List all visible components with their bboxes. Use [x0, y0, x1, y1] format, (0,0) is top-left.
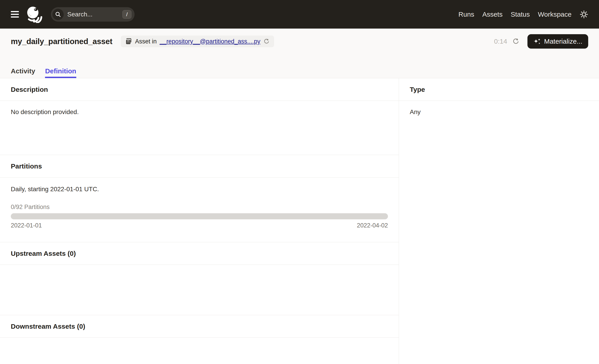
partition-schedule-text: Daily, starting 2022-01-01 UTC.	[11, 186, 388, 193]
right-column: Type Any	[399, 78, 599, 364]
definition-content: Description No description provided. Par…	[0, 78, 599, 364]
type-heading: Type	[399, 78, 599, 101]
nav-workspace[interactable]: Workspace	[538, 11, 572, 18]
repository-file-link[interactable]: __repository__@partitioned_ass....py	[159, 38, 260, 45]
top-navbar: / Runs Assets Status Workspace	[0, 0, 599, 29]
search-shortcut-key: /	[123, 10, 132, 19]
description-text: No description provided.	[11, 108, 79, 115]
sparkle-icon	[533, 38, 541, 45]
downstream-assets-body	[0, 338, 399, 364]
header-actions: 0:14 Materialize...	[494, 34, 588, 49]
dagster-logo-icon[interactable]	[26, 6, 43, 23]
partitions-progress-bar	[11, 213, 388, 219]
partitions-heading: Partitions	[0, 155, 399, 177]
badge-reload-icon[interactable]	[263, 38, 270, 44]
materialize-button[interactable]: Materialize...	[528, 34, 588, 49]
menu-hamburger-icon[interactable]	[11, 11, 19, 17]
tab-activity[interactable]: Activity	[11, 67, 35, 78]
type-body: Any	[399, 101, 599, 123]
type-value: Any	[410, 108, 421, 115]
description-body: No description provided.	[0, 101, 399, 155]
partitions-progress-label: 0/92 Partitions	[11, 204, 388, 211]
tab-bar: Activity Definition	[0, 67, 599, 78]
description-heading: Description	[0, 78, 399, 101]
page-title: my_daily_partitioned_asset	[11, 37, 112, 46]
search-box[interactable]: /	[51, 7, 135, 22]
primary-nav: Runs Assets Status Workspace	[458, 10, 588, 19]
refresh-icon[interactable]	[512, 38, 519, 45]
partition-range-start: 2022-01-01	[11, 222, 42, 229]
upstream-assets-heading: Upstream Assets (0)	[0, 242, 399, 265]
settings-gear-icon[interactable]	[580, 10, 588, 19]
nav-runs[interactable]: Runs	[458, 11, 474, 18]
repository-grid-icon	[125, 38, 132, 45]
tab-definition[interactable]: Definition	[45, 67, 76, 78]
partition-range-row: 2022-01-01 2022-04-02	[11, 222, 388, 229]
page-header: my_daily_partitioned_asset Asset in __re…	[0, 29, 599, 78]
badge-prefix-label: Asset in	[135, 38, 157, 45]
partitions-body: Daily, starting 2022-01-01 UTC. 0/92 Par…	[0, 177, 399, 242]
left-column: Description No description provided. Par…	[0, 78, 399, 364]
nav-status[interactable]: Status	[511, 11, 530, 18]
nav-assets[interactable]: Assets	[482, 11, 502, 18]
title-row: my_daily_partitioned_asset Asset in __re…	[0, 32, 599, 51]
partition-range-end: 2022-04-02	[357, 222, 388, 229]
upstream-assets-body	[0, 265, 399, 315]
asset-location-badge: Asset in __repository__@partitioned_ass.…	[121, 35, 274, 47]
downstream-assets-heading: Downstream Assets (0)	[0, 315, 399, 338]
search-input[interactable]	[67, 11, 123, 18]
refresh-countdown-timer: 0:14	[494, 38, 507, 45]
search-icon	[53, 9, 64, 20]
materialize-label: Materialize...	[544, 38, 582, 45]
